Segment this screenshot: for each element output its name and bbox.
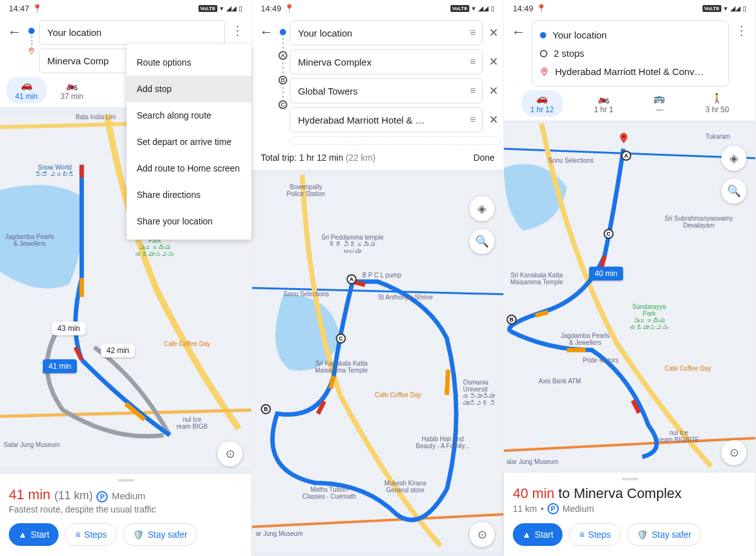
map-stop-b[interactable]: B	[261, 404, 271, 414]
mode-drive[interactable]: 🚗41 min	[6, 77, 47, 103]
poi-label: Salar Jung Museum	[4, 441, 60, 448]
stops-row: 2 stops	[540, 44, 721, 62]
remove-stop-button[interactable]: ✕	[486, 113, 501, 127]
poi-label: alar Jung Museum	[507, 458, 558, 465]
list-icon: ≡	[75, 530, 80, 540]
poi-label: ar Jung Museum	[256, 530, 302, 537]
menu-share-location[interactable]: Share your location	[127, 208, 251, 235]
map-area[interactable]: A C B 40 min Sonu Selections Sri Subrahm…	[504, 120, 755, 473]
alt-route-label-43[interactable]: 43 min	[52, 321, 86, 335]
menu-add-stop[interactable]: Add stop	[127, 76, 251, 102]
steps-button[interactable]: ≡Steps	[65, 523, 117, 546]
drag-handle-icon[interactable]: ≡	[470, 85, 474, 96]
back-button[interactable]: ←	[257, 20, 276, 145]
poi-label: Jagdamba Pearls & Jewellers	[5, 233, 54, 247]
route-card[interactable]: Your location 2 stops Hyderabad Marriott…	[532, 20, 729, 86]
map-stop-b[interactable]: B	[507, 315, 517, 325]
overflow-menu: Route options Add stop Search along rout…	[127, 44, 251, 240]
list-icon: ≡	[579, 530, 584, 540]
signal-icon: ◢◢	[478, 4, 488, 13]
map-area[interactable]: A B C Bowenpally Police Station Sri Pedd…	[252, 171, 503, 556]
drag-handle-icon[interactable]: ≡	[470, 56, 474, 67]
poi-label: Sri Kanakala Katta Maisamma Temple	[510, 272, 563, 286]
stop-a-input[interactable]: Minerva Complex≡	[290, 49, 483, 74]
parking-level: Medium	[563, 504, 594, 514]
done-button[interactable]: Done	[474, 153, 495, 163]
origin-input[interactable]: Your location≡	[290, 20, 483, 45]
mode-motorcycle[interactable]: 🏍️1 hr 1	[585, 90, 622, 117]
alt-route-label-42[interactable]: 42 min	[101, 344, 135, 357]
start-button[interactable]: ▲Start	[513, 523, 563, 546]
stay-safer-button[interactable]: 🛡️Stay safer	[123, 523, 197, 546]
wifi-icon: ▾	[724, 4, 728, 13]
add-stop-input[interactable]	[290, 136, 501, 145]
stay-safer-button[interactable]: 🛡️Stay safer	[627, 523, 701, 546]
status-bar: 14:49📍 VoLTE▾◢◢▯	[504, 0, 755, 16]
mode-walk[interactable]: 🚶3 hr 50	[697, 90, 738, 117]
layers-button[interactable]: ◈	[721, 146, 747, 171]
layers-button[interactable]: ◈	[469, 196, 495, 221]
stop-b-input[interactable]: Global Towers≡	[290, 78, 483, 103]
back-button[interactable]: ←	[5, 20, 24, 44]
remove-stop-button[interactable]: ✕	[486, 55, 501, 69]
screen-1: 14:47📍 VoLTE▾◢◢▯ ← Your location Minerva…	[0, 0, 252, 556]
overflow-menu-button[interactable]: ⋮	[229, 20, 246, 40]
back-button[interactable]: ←	[509, 20, 528, 44]
dest-row: Hyderabad Marriott Hotel & Conv…	[540, 62, 721, 81]
map-stop-c[interactable]: C	[336, 333, 346, 344]
map-stop-a[interactable]: A	[346, 274, 357, 284]
primary-route-label-41[interactable]: 41 min	[43, 359, 77, 373]
map-stop-c[interactable]: C	[604, 229, 614, 239]
poi-label: Mukesh Kirana General store	[384, 480, 427, 494]
svg-point-0	[31, 49, 33, 51]
shield-icon: 🛡️	[133, 530, 144, 540]
sheet-grabber[interactable]	[118, 479, 134, 482]
stops-editor: ← A B C Your location≡ ✕ Minerva Complex…	[252, 16, 503, 145]
eta-time: 40 min	[513, 485, 554, 501]
segment-time-label[interactable]: 40 min	[589, 267, 623, 281]
route-summary-sheet[interactable]: 40 min to Minerva Complex 11 km • P Medi…	[504, 473, 755, 556]
search-button[interactable]: 🔍	[721, 178, 747, 204]
status-time: 14:47	[9, 4, 30, 13]
overflow-menu-button[interactable]: ⋮	[733, 20, 750, 40]
origin-dot-icon	[28, 28, 35, 34]
menu-add-home-screen[interactable]: Add route to Home screen	[127, 155, 251, 182]
recenter-button[interactable]: ⊙	[721, 440, 747, 465]
drag-handle-icon[interactable]: ≡	[470, 27, 474, 38]
screen-2: 14:49📍 VoLTE▾◢◢▯ ← A B C Your location≡ …	[252, 0, 504, 556]
mode-drive[interactable]: 🚗1 hr 12	[522, 90, 563, 117]
destination-pin[interactable]	[617, 132, 630, 144]
remove-stop-button[interactable]: ✕	[486, 26, 501, 40]
map-stop-a[interactable]: A	[621, 151, 631, 161]
transit-icon: 🚌	[653, 93, 665, 104]
car-icon: 🚗	[536, 93, 548, 104]
origin-input[interactable]: Your location	[39, 20, 225, 45]
steps-button[interactable]: ≡Steps	[569, 523, 621, 546]
recenter-button[interactable]: ⊙	[469, 522, 495, 547]
route-summary-sheet[interactable]: 41 min (11 km) P Medium Fastest route, d…	[0, 474, 251, 556]
destination-pin-icon	[28, 47, 35, 55]
menu-route-options[interactable]: Route options	[127, 49, 251, 76]
recenter-button[interactable]: ⊙	[217, 441, 243, 466]
drag-handle-icon[interactable]: ≡	[470, 114, 474, 125]
route-header: ← Your location 2 stops Hyderabad Marrio…	[504, 16, 755, 86]
mode-transit[interactable]: 🚌—	[644, 90, 674, 117]
sheet-grabber[interactable]	[622, 478, 638, 480]
navigate-icon: ▲	[522, 530, 531, 540]
poi-label: Cafe Coffee Day	[665, 365, 711, 372]
search-button[interactable]: 🔍	[469, 229, 495, 254]
trip-time: 1 hr 12 min	[299, 153, 343, 163]
wifi-icon: ▾	[220, 4, 224, 13]
mode-motorcycle[interactable]: 🏍️37 min	[52, 77, 92, 103]
parking-icon: P	[96, 491, 108, 502]
origin-dot-icon	[540, 32, 546, 38]
parking-level: Medium	[112, 490, 145, 501]
menu-depart-arrive[interactable]: Set depart or arrive time	[127, 129, 251, 155]
menu-share-directions[interactable]: Share directions	[127, 182, 251, 208]
start-button[interactable]: ▲Start	[9, 523, 59, 546]
remove-stop-button[interactable]: ✕	[486, 84, 501, 98]
poi-label: B P C L pump	[362, 272, 401, 279]
menu-search-along-route[interactable]: Search along route	[127, 102, 251, 129]
stop-c-input[interactable]: Hyderabad Marriott Hotel & …≡	[290, 107, 483, 132]
location-icon: 📍	[536, 4, 546, 13]
